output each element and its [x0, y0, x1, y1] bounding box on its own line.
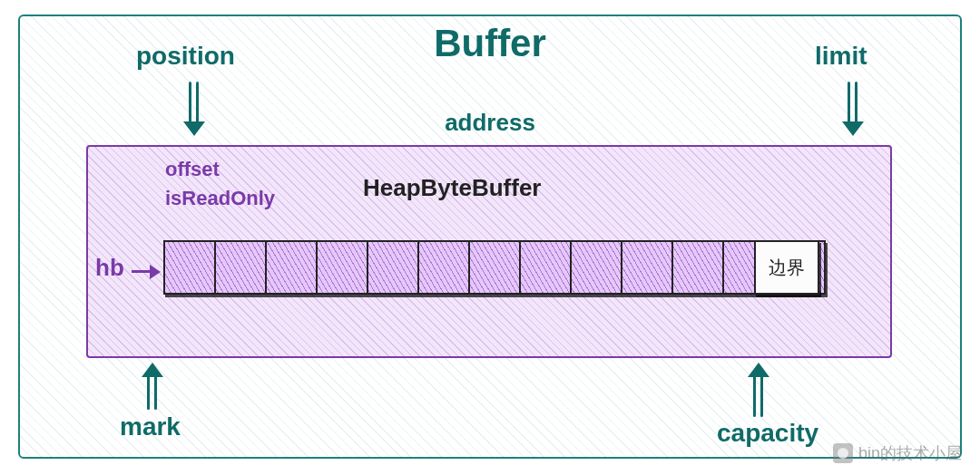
byte-cell: [572, 242, 622, 293]
position-label: position: [136, 42, 235, 71]
arrow-limit-down: [840, 82, 866, 134]
byte-cell: [521, 242, 572, 293]
boundary-cell: 边界: [754, 240, 819, 295]
capacity-label: capacity: [717, 419, 818, 448]
mark-label: mark: [120, 412, 181, 441]
byte-cell: [267, 242, 318, 293]
hb-label: hb: [95, 254, 124, 282]
arrow-mark-up: [140, 364, 165, 410]
offset-label: offset: [165, 158, 220, 181]
byte-cell: [216, 242, 267, 293]
byte-cell: [673, 242, 724, 293]
byte-cell: [368, 242, 419, 293]
isreadonly-label: isReadOnly: [165, 187, 275, 210]
byte-cell: [419, 242, 470, 293]
hb-arrow-icon: [132, 263, 162, 281]
limit-label: limit: [815, 42, 867, 71]
byte-cell: [470, 242, 521, 293]
heapbytebuffer-label: HeapByteBuffer: [363, 174, 542, 202]
byte-cell: [165, 242, 216, 293]
address-label: address: [0, 109, 980, 137]
byte-cell: [622, 242, 673, 293]
arrow-capacity-up: [746, 364, 771, 417]
arrow-position-down: [181, 82, 207, 134]
byte-cell: [318, 242, 368, 293]
byte-array-cells: [163, 240, 826, 295]
